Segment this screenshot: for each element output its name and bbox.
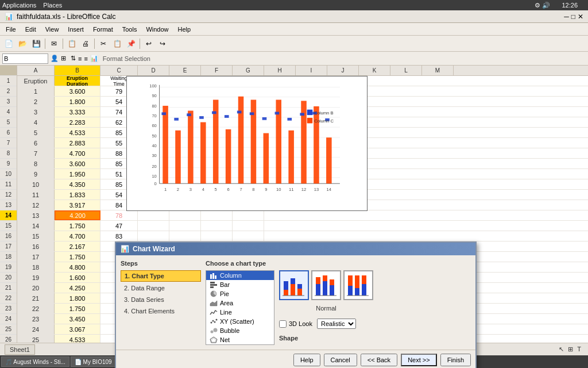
step-1[interactable]: 1. Chart Type [121,270,201,282]
cell-a-24[interactable]: 23 [17,314,55,324]
cell-a-5[interactable]: 4 [17,117,55,127]
chart-type-bar[interactable]: Bar [206,280,274,289]
cell-a-15[interactable]: 14 [17,221,55,231]
chart-type-bubble[interactable]: Bubble [206,326,274,335]
cell-e-15[interactable] [169,221,201,231]
cell-c-16[interactable]: 83 [100,231,138,241]
new-btn[interactable]: 📄 [2,37,15,50]
cell-e-16[interactable] [169,231,201,241]
cell-b-17[interactable]: 2.167 [55,241,100,251]
help-btn[interactable]: Help [293,354,320,366]
cell-b-14[interactable]: 4.200 [55,210,100,220]
cell-a-2[interactable]: 1 [17,86,55,96]
sort-asc-icon[interactable]: ⇅ [71,55,76,62]
cell-a-14[interactable]: 13 [17,210,55,220]
maximize-btn[interactable]: □ [571,13,575,21]
cell-b-2[interactable]: 3.600 [55,86,100,96]
taskbar-item-0[interactable]: 🎵 August Winds - Sti... [1,356,69,367]
cell-g-14[interactable] [233,210,264,220]
sort-desc-icon[interactable]: ≡ [78,55,82,62]
cut-btn[interactable]: ✂ [97,37,110,50]
realistic-select[interactable]: Realistic [317,319,356,329]
print-btn[interactable]: 🖨 [79,37,92,50]
cell-a-4[interactable]: 3 [17,107,55,117]
cell-b-19[interactable]: 4.800 [55,262,100,272]
cell-b-15[interactable]: 1.750 [55,221,100,231]
cell-b-4[interactable]: 3.333 [55,107,100,117]
cell-c-15[interactable]: 47 [100,221,138,231]
menu-tools[interactable]: Tools [119,25,141,34]
cell-b-7[interactable]: 2.883 [55,138,100,148]
places-menu[interactable]: Places [43,2,62,9]
cell-a1[interactable]: Eruption [17,76,55,86]
chart-type-column[interactable]: Column [206,271,274,280]
chart-type-line[interactable]: Line [206,308,274,317]
cell-g-15[interactable] [233,221,264,231]
copy-btn[interactable]: 📋 [111,37,123,50]
finish-btn[interactable]: Finish [440,354,471,366]
step-4[interactable]: 4. Chart Elements [121,306,201,316]
cell-a-11[interactable]: 10 [17,179,55,189]
cell-a-6[interactable]: 5 [17,128,55,137]
cell-d-14[interactable] [138,210,169,220]
cell-b-12[interactable]: 1.833 [55,190,100,200]
cell-a-3[interactable]: 2 [17,97,55,106]
cell-a-18[interactable]: 17 [17,252,55,262]
cell-a-19[interactable]: 18 [17,262,55,272]
align-icon[interactable]: ≡ [84,55,87,62]
cell-a-9[interactable]: 8 [17,159,55,168]
step-3[interactable]: 3. Data Series [121,294,201,305]
cell-f-14[interactable] [201,210,233,220]
cell-a-10[interactable]: 9 [17,169,55,179]
cell-a-8[interactable]: 7 [17,148,55,158]
cell-b-21[interactable]: 4.250 [55,283,100,293]
cell-b-25[interactable]: 3.067 [55,324,100,334]
cell-a-20[interactable]: 19 [17,273,55,282]
menu-window[interactable]: Window [142,25,172,34]
cell-b-10[interactable]: 1.950 [55,169,100,179]
step-2[interactable]: 2. Data Range [121,283,201,293]
cell-reference-box[interactable]: B [2,53,48,64]
cell-a-21[interactable]: 20 [17,283,55,293]
cancel-btn[interactable]: Cancel [324,354,357,366]
menu-file[interactable]: File [2,25,20,34]
cell-a-17[interactable]: 16 [17,241,55,251]
chart-type-net[interactable]: Net [206,335,274,344]
sheet-tab[interactable]: Sheet1 [5,344,35,355]
menu-edit[interactable]: Edit [22,25,40,34]
redo-btn[interactable]: ↪ [156,37,169,50]
applications-menu[interactable]: Applications [2,2,36,9]
taskbar-item-1[interactable]: 📄 My BIO109 [71,356,116,367]
cell-b-8[interactable]: 4.700 [55,148,100,158]
cell-b-9[interactable]: 3.600 [55,159,100,168]
cell-b1[interactable]: EruptionDuration [55,76,100,86]
email-btn[interactable]: ✉ [48,37,60,50]
menu-insert[interactable]: Insert [64,25,87,34]
cell-b-6[interactable]: 4.533 [55,128,100,137]
cell-a-12[interactable]: 11 [17,190,55,200]
cell-f-16[interactable] [201,231,233,241]
cell-a-13[interactable]: 12 [17,200,55,210]
chart-type-pie[interactable]: Pie [206,289,274,298]
paste-btn[interactable]: 📌 [125,37,137,50]
cell-b-13[interactable]: 3.917 [55,200,100,210]
3d-checkbox[interactable] [279,320,287,328]
menu-help[interactable]: Help [175,25,195,34]
cell-b-11[interactable]: 4.350 [55,179,100,189]
cell-a-22[interactable]: 21 [17,293,55,303]
subtype-stacked[interactable] [311,270,341,300]
cell-f-15[interactable] [201,221,233,231]
cell-a-23[interactable]: 22 [17,304,55,313]
cell-g-16[interactable] [233,231,264,241]
minimize-btn[interactable]: ─ [564,13,569,21]
cell-b-22[interactable]: 1.800 [55,293,100,303]
cell-a-25[interactable]: 24 [17,324,55,334]
cell-b-23[interactable]: 1.750 [55,304,100,313]
cell-c-14[interactable]: 78 [100,210,138,220]
back-btn[interactable]: << Back [361,354,397,366]
cell-b-24[interactable]: 3.450 [55,314,100,324]
cell-d-15[interactable] [138,221,169,231]
subtype-normal[interactable] [279,270,309,300]
menu-view[interactable]: View [42,25,63,34]
cell-b-5[interactable]: 2.283 [55,117,100,127]
